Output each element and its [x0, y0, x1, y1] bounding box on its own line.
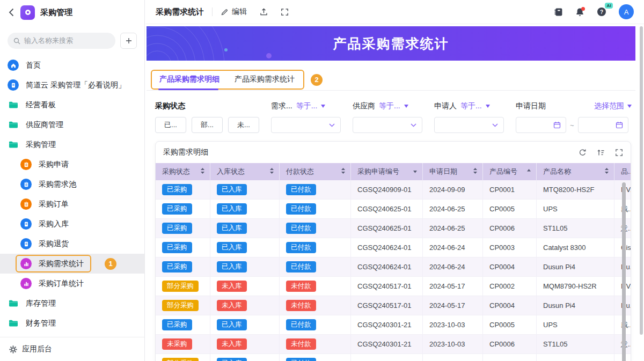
- operator-dropdown[interactable]: 等于...: [296, 101, 318, 111]
- sort-icon: [341, 167, 346, 176]
- app-title: 采购管理: [40, 8, 72, 18]
- table-cell: 未入库: [210, 335, 280, 353]
- sidebar-item-guide[interactable]: 简道云 采购管理「必看说明」: [0, 75, 144, 95]
- status-badge: 部分采购: [162, 281, 199, 292]
- avatar[interactable]: A: [619, 4, 634, 19]
- selected-item-callout: 采购需求统计: [16, 255, 91, 272]
- applicant-select[interactable]: [434, 117, 504, 133]
- chart-icon: [20, 278, 32, 289]
- add-button[interactable]: [120, 33, 137, 49]
- table-cell: CGSQ240909-01: [351, 180, 423, 199]
- table-row[interactable]: 已采购已入库已付款CGSQ240909-012024-09-09CP0001MT…: [156, 180, 631, 200]
- range-dropdown[interactable]: 选择范围: [594, 101, 624, 111]
- sidebar-item-purchase-demand-stats[interactable]: 采购需求统计1: [0, 254, 144, 274]
- caret-down-icon[interactable]: [627, 105, 632, 110]
- table-cell: 未采购: [156, 335, 210, 353]
- table-cell: CP0006: [483, 219, 537, 238]
- sidebar-item-business-dashboard[interactable]: 经营看板: [0, 95, 144, 115]
- status-badge: 未付款: [286, 281, 316, 292]
- caret-down-icon[interactable]: [321, 105, 325, 110]
- table-row[interactable]: 已采购已入库已付款CGSQ240625-012024-06-25CP0006ST…: [156, 219, 631, 238]
- sidebar-item-purchase-request[interactable]: 采购申请: [0, 154, 144, 174]
- sidebar-item-purchase-demand-pool[interactable]: 采购需求池: [0, 174, 144, 194]
- operator-dropdown[interactable]: 等于...: [379, 101, 400, 111]
- status-option-button-1[interactable]: 已...: [155, 117, 186, 133]
- table-cell: 2023-05-25: [423, 354, 483, 361]
- column-header-8[interactable]: 品...: [614, 163, 631, 180]
- calendar-icon: [553, 121, 561, 129]
- back-button[interactable]: [8, 7, 15, 18]
- column-label: 采购状态: [162, 167, 190, 176]
- table-cell: 2024-09-09: [423, 180, 483, 199]
- clipboard-icon: [20, 159, 32, 170]
- table-cell: 未付款: [280, 296, 351, 315]
- date-start-input[interactable]: [516, 117, 566, 133]
- status-option-button-2[interactable]: 部...: [192, 117, 223, 133]
- sidebar-item-label: 库存管理: [26, 299, 56, 308]
- tab-demand-detail[interactable]: 产品采购需求明细: [159, 75, 219, 84]
- sidebar-item-purchase-order[interactable]: 采购订单: [0, 194, 144, 214]
- fullscreen-button[interactable]: [281, 8, 289, 16]
- demand-select[interactable]: [271, 117, 341, 133]
- caret-down-icon[interactable]: [404, 105, 408, 110]
- main-area: 采购需求统计 编辑 ? AI A: [145, 0, 644, 361]
- sidebar-item-purchase-return[interactable]: 采购退货: [0, 234, 144, 254]
- column-header-2[interactable]: 入库状态: [210, 163, 280, 180]
- table-row[interactable]: 已采购已入库已付款CGSQ240624-012024-06-24CP0003Ca…: [156, 238, 631, 257]
- active-tab-underline: [158, 89, 218, 90]
- table-header-row: 采购状态入库状态付款状态采购申请编号申请日期产品编号产品名称品...: [156, 163, 631, 180]
- sidebar-item-purchase-order-stats[interactable]: 采购订单统计: [0, 274, 144, 293]
- table-cell: 已采购: [156, 257, 210, 276]
- sidebar-item-purchase-inbound[interactable]: 采购入库: [0, 214, 144, 234]
- sort-settings-button[interactable]: [597, 149, 605, 157]
- plus-icon: [126, 38, 132, 44]
- operator-dropdown[interactable]: 等于...: [460, 101, 482, 111]
- edit-button[interactable]: 编辑: [221, 7, 247, 17]
- chevron-left-icon: [9, 8, 14, 17]
- clipboard-icon: [20, 179, 32, 190]
- contacts-button[interactable]: [554, 8, 563, 17]
- caret-down-icon[interactable]: [486, 105, 490, 110]
- table-row[interactable]: 部分采购未入库未付款CGSQ240517-012024-05-17CP0002M…: [156, 277, 631, 296]
- column-header-6[interactable]: 产品编号: [483, 163, 537, 180]
- table-cell: ST1L05: [537, 219, 614, 238]
- column-header-7[interactable]: 产品名称: [537, 163, 614, 180]
- filter-demand: 需求... 等于...: [271, 101, 341, 133]
- page-scrollbar[interactable]: [640, 26, 643, 335]
- table-row[interactable]: 部分采购未入库未付款CGSQ240517-012024-05-17CP0004D…: [156, 296, 631, 315]
- sidebar-item-home[interactable]: 首页: [0, 55, 144, 75]
- refresh-button[interactable]: [579, 149, 587, 157]
- table-scrollbar[interactable]: [622, 182, 626, 361]
- sidebar-item-purchase-management[interactable]: 采购管理: [0, 135, 144, 154]
- share-button[interactable]: [260, 8, 268, 16]
- table-cell: MQM8790-HS2R: [537, 277, 614, 296]
- table-cell: 已入库: [210, 238, 280, 257]
- status-badge: 未入库: [217, 281, 247, 292]
- column-header-5[interactable]: 申请日期: [423, 163, 483, 180]
- search-input[interactable]: 输入名称来搜索: [8, 33, 115, 49]
- table-row[interactable]: 已采购已入库已付款CGSQ240625-012024-06-25CP0005UP…: [156, 200, 631, 219]
- table-cell: 已付款: [280, 315, 351, 334]
- supplier-select[interactable]: [353, 117, 422, 133]
- sidebar-item-supplier-management[interactable]: 供应商管理: [0, 115, 144, 135]
- sidebar-item-inventory-management[interactable]: 库存管理: [0, 293, 144, 313]
- column-header-4[interactable]: 采购申请编号: [351, 163, 423, 180]
- tab-demand-stats[interactable]: 产品采购需求统计: [235, 75, 295, 84]
- help-button[interactable]: ? AI: [597, 7, 606, 17]
- tabs-callout: 产品采购需求明细 产品采购需求统计: [151, 70, 304, 90]
- column-header-1[interactable]: 采购状态: [156, 163, 210, 180]
- column-header-3[interactable]: 付款状态: [280, 163, 351, 180]
- table-row[interactable]: 部分采购已入库已付款CGSQ240229-202023-05-25CP0001M…: [156, 354, 631, 361]
- table-row[interactable]: 未采购未入库未付款CGSQ240301-212023-10-03CP0006ST…: [156, 335, 631, 354]
- table-cell: 2023-10-03: [423, 335, 483, 353]
- sidebar-footer-backend[interactable]: 应用后台: [0, 337, 144, 361]
- notifications-button[interactable]: [575, 8, 584, 17]
- table-cell: UPS: [537, 315, 614, 334]
- sidebar-item-finance-management[interactable]: 财务管理: [0, 313, 144, 333]
- sort-icon: [473, 167, 478, 176]
- status-option-button-3[interactable]: 未...: [228, 117, 259, 133]
- date-end-input[interactable]: [578, 117, 628, 133]
- table-row[interactable]: 已采购已入库已付款CGSQ240624-012024-06-24CP0004Du…: [156, 257, 631, 277]
- table-fullscreen-button[interactable]: [615, 149, 623, 157]
- table-row[interactable]: 已采购已入库已付款CGSQ240301-212023-10-03CP0005UP…: [156, 315, 631, 335]
